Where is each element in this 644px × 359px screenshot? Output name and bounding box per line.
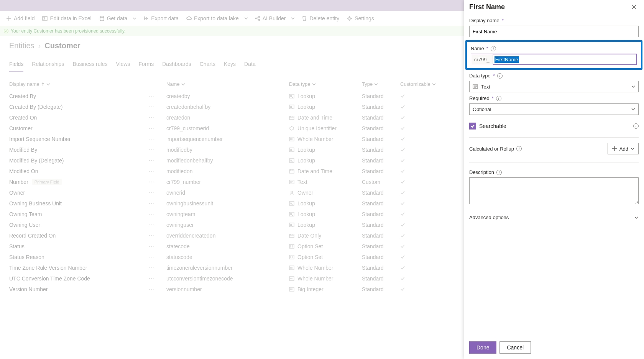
name-prefix: cr799_ bbox=[471, 54, 493, 65]
breadcrumb-entities[interactable]: Entities bbox=[9, 41, 34, 50]
chevron-down-icon bbox=[312, 82, 316, 86]
tab-business-rules[interactable]: Business rules bbox=[72, 59, 107, 72]
required-select[interactable]: Optional bbox=[469, 103, 639, 115]
row-more-button[interactable]: ⋯ bbox=[148, 136, 155, 142]
chevron-down-icon bbox=[631, 147, 634, 151]
row-more-button[interactable]: ⋯ bbox=[148, 222, 155, 228]
data-type-icon bbox=[289, 276, 294, 281]
data-type-label: Data type* i bbox=[469, 73, 639, 79]
cancel-button[interactable]: Cancel bbox=[499, 341, 531, 354]
row-more-button[interactable]: ⋯ bbox=[148, 243, 155, 249]
row-more-button[interactable]: ⋯ bbox=[148, 115, 155, 121]
get-data-chevron[interactable] bbox=[130, 13, 139, 24]
get-data-button[interactable]: Get data bbox=[96, 13, 131, 24]
row-more-button[interactable]: ⋯ bbox=[148, 168, 155, 174]
row-name: createdonbehalfby bbox=[166, 104, 289, 110]
name-input[interactable]: cr799_ FirstName bbox=[471, 54, 637, 65]
ai-builder-chevron[interactable] bbox=[289, 13, 297, 24]
row-customizable bbox=[400, 190, 439, 195]
info-icon[interactable]: i bbox=[496, 96, 501, 101]
row-more-button[interactable]: ⋯ bbox=[148, 104, 155, 110]
tab-charts[interactable]: Charts bbox=[200, 59, 215, 72]
panel-footer: Done Cancel bbox=[464, 338, 644, 359]
export-data-button[interactable]: Export data bbox=[140, 13, 182, 24]
col-header-customizable[interactable]: Customizable bbox=[400, 81, 439, 87]
row-display-name: Owning User bbox=[9, 222, 40, 228]
breadcrumb-separator: › bbox=[38, 41, 41, 50]
calc-rollup-label: Calculated or Rollup i bbox=[469, 146, 522, 152]
info-icon[interactable]: i bbox=[496, 170, 502, 175]
advanced-options-toggle[interactable]: Advanced options bbox=[469, 215, 639, 220]
row-display-name: Status Reason bbox=[9, 254, 44, 260]
searchable-label: Searchable bbox=[479, 123, 506, 129]
data-type-icon bbox=[289, 244, 294, 249]
export-data-lake-button[interactable]: Export to data lake bbox=[183, 13, 242, 24]
data-type-select[interactable]: Text bbox=[469, 81, 639, 92]
data-type-icon bbox=[289, 115, 294, 120]
description-textarea[interactable] bbox=[469, 177, 639, 204]
delete-entity-button[interactable]: Delete entity bbox=[299, 13, 342, 24]
tab-relationships[interactable]: Relationships bbox=[32, 59, 64, 72]
panel-body: Display name* Name* i cr799_ FirstName D… bbox=[464, 13, 644, 338]
info-icon[interactable]: i bbox=[633, 123, 639, 129]
row-more-button[interactable]: ⋯ bbox=[148, 211, 155, 217]
row-type: Standard bbox=[362, 93, 400, 99]
data-type-icon bbox=[289, 148, 294, 152]
panel-close-button[interactable] bbox=[629, 2, 639, 11]
row-more-button[interactable]: ⋯ bbox=[148, 265, 155, 271]
row-more-button[interactable]: ⋯ bbox=[148, 200, 155, 207]
svg-point-20 bbox=[290, 203, 292, 204]
row-more-button[interactable]: ⋯ bbox=[148, 190, 155, 196]
searchable-checkbox[interactable] bbox=[469, 123, 476, 130]
info-icon[interactable]: i bbox=[491, 46, 496, 51]
row-display-name: Time Zone Rule Version Number bbox=[9, 265, 87, 271]
row-more-button[interactable]: ⋯ bbox=[148, 286, 155, 292]
tab-dashboards[interactable]: Dashboards bbox=[162, 59, 191, 72]
row-more-button[interactable]: ⋯ bbox=[148, 93, 155, 99]
display-name-input[interactable] bbox=[469, 26, 639, 37]
calc-rollup-add-button[interactable]: Add bbox=[608, 143, 639, 154]
row-customizable bbox=[400, 265, 439, 270]
col-header-name[interactable]: Name bbox=[166, 81, 289, 87]
data-type-icon bbox=[289, 105, 294, 109]
edit-data-excel-button[interactable]: Edit data in Excel bbox=[39, 13, 94, 24]
row-more-button[interactable]: ⋯ bbox=[148, 254, 155, 260]
ai-icon bbox=[255, 16, 260, 21]
panel-title: First Name bbox=[469, 3, 505, 11]
data-type-icon bbox=[289, 201, 294, 206]
col-header-data-type[interactable]: Data type bbox=[289, 81, 362, 87]
tab-data[interactable]: Data bbox=[244, 59, 256, 72]
col-header-type[interactable]: Type bbox=[362, 81, 400, 87]
tab-forms[interactable]: Forms bbox=[139, 59, 154, 72]
row-more-button[interactable]: ⋯ bbox=[148, 157, 155, 164]
name-label: Name* i bbox=[471, 46, 637, 51]
info-icon[interactable]: i bbox=[497, 73, 503, 79]
info-icon[interactable]: i bbox=[516, 146, 522, 151]
export-lake-chevron[interactable] bbox=[242, 13, 250, 24]
ai-builder-button[interactable]: AI Builder bbox=[252, 13, 289, 24]
chevron-down-icon bbox=[634, 215, 639, 220]
done-button[interactable]: Done bbox=[469, 341, 496, 354]
tab-fields[interactable]: Fields bbox=[9, 59, 23, 72]
row-name: modifiedon bbox=[166, 168, 289, 174]
primary-field-pill: Primary Field bbox=[32, 179, 62, 185]
data-type-icon bbox=[289, 137, 294, 141]
row-display-name: Import Sequence Number bbox=[9, 136, 71, 142]
add-field-button[interactable]: Add field bbox=[3, 13, 38, 24]
row-more-button[interactable]: ⋯ bbox=[148, 147, 155, 153]
row-more-button[interactable]: ⋯ bbox=[148, 233, 155, 239]
field-properties-panel: First Name Display name* Name* i cr799_ … bbox=[464, 0, 644, 359]
row-more-button[interactable]: ⋯ bbox=[148, 179, 155, 185]
tab-views[interactable]: Views bbox=[116, 59, 130, 72]
display-name-label: Display name* bbox=[469, 18, 639, 23]
col-header-display-name[interactable]: Display name bbox=[9, 81, 166, 87]
row-more-button[interactable]: ⋯ bbox=[148, 125, 155, 131]
row-more-button[interactable]: ⋯ bbox=[148, 275, 155, 282]
settings-button[interactable]: Settings bbox=[344, 13, 377, 24]
row-type: Standard bbox=[362, 147, 400, 153]
chevron-down-icon bbox=[133, 16, 136, 20]
excel-icon bbox=[42, 16, 48, 21]
row-customizable bbox=[400, 254, 439, 260]
chevron-down-icon bbox=[291, 16, 295, 20]
tab-keys[interactable]: Keys bbox=[224, 59, 236, 72]
